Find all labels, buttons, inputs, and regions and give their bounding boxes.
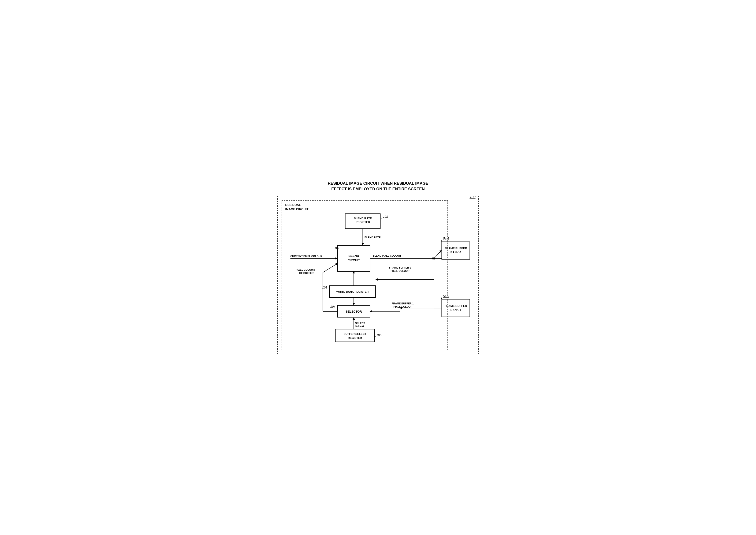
outer-border: RESIDUALIMAGE CIRCUIT BLEND RATE REGISTE… bbox=[277, 196, 479, 354]
inner-border: RESIDUALIMAGE CIRCUIT bbox=[282, 200, 448, 350]
main-title: RESIDUAL IMAGE CIRCUIT WHEN RESIDUAL IMA… bbox=[277, 181, 479, 192]
title-line1: RESIDUAL IMAGE CIRCUIT WHEN RESIDUAL IMA… bbox=[277, 181, 479, 186]
title-line2: EFFECT IS EMPLOYED ON THE ENTIRE SCREEN bbox=[277, 186, 479, 192]
svg-text:BANK 1: BANK 1 bbox=[450, 308, 461, 312]
residual-image-circuit-label: RESIDUALIMAGE CIRCUIT bbox=[285, 203, 309, 211]
page-wrapper: RESIDUAL IMAGE CIRCUIT WHEN RESIDUAL IMA… bbox=[273, 174, 484, 362]
svg-text:BANK 0: BANK 0 bbox=[450, 251, 461, 254]
